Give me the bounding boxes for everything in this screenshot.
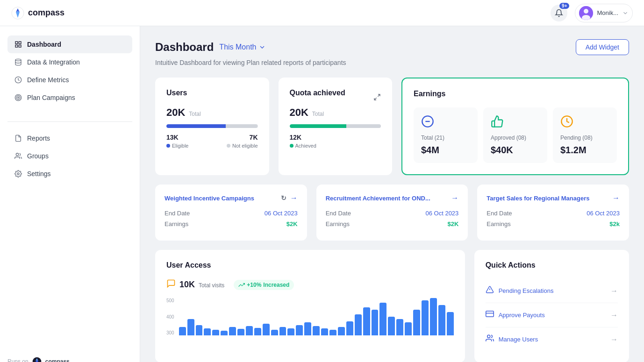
users-icon <box>14 152 22 160</box>
earnings-approved-label: Approved (08) <box>491 135 526 141</box>
sidebar-item-label: Data & Integration <box>27 58 80 66</box>
not-eligible-fill <box>226 124 258 128</box>
notification-badge: 9+ <box>559 3 569 9</box>
svg-point-27 <box>487 335 490 338</box>
campaigns-row: Weighted Incentive Campaigns ↻ → End Dat… <box>155 185 629 241</box>
add-widget-button[interactable]: Add Widget <box>576 39 629 55</box>
bar <box>447 312 454 335</box>
sidebar-item-dashboard[interactable]: Dashboard <box>7 35 132 53</box>
chart-container: 500 400 300 <box>166 298 454 335</box>
dashboard-header: Dashboard This Month Add Widget <box>155 39 629 55</box>
users-total-value: 20K <box>166 106 185 119</box>
svg-point-16 <box>17 173 19 175</box>
bar <box>196 325 203 335</box>
sidebar-item-plan-campaigns[interactable]: Plan Campaigns <box>7 89 132 106</box>
bar <box>187 319 194 335</box>
expand-icon[interactable] <box>373 93 381 102</box>
campaign-card-0: Weighted Incentive Campaigns ↻ → End Dat… <box>155 185 307 241</box>
svg-point-10 <box>15 59 21 61</box>
sidebar-item-data-integration[interactable]: Data & Integration <box>7 53 132 71</box>
campaign-end-date-row-1: End Date 06 Oct 2023 <box>326 210 459 217</box>
notification-button[interactable]: 9+ <box>551 5 567 21</box>
arrow-icon[interactable]: → <box>612 194 620 202</box>
campaign-title-2: Target Sales for Regional Managers → <box>487 194 620 202</box>
earnings-card: Earnings Total (21) $4M <box>401 78 629 175</box>
bar <box>221 331 228 335</box>
sidebar-divider <box>7 121 132 122</box>
bar <box>229 327 236 335</box>
clock-icon <box>560 115 573 131</box>
approve-payouts-label: Approve Payouts <box>499 312 545 319</box>
manage-users-label: Manage Users <box>499 336 538 343</box>
quota-card: Quota achieved 20K Total 12K <box>279 78 393 175</box>
sidebar-item-groups[interactable]: Groups <box>7 147 132 165</box>
bar <box>313 326 320 335</box>
user-access-title: User Access <box>166 261 454 270</box>
users-progress-bar <box>166 124 258 128</box>
main-content: Dashboard This Month Add Widget Intuitiv… <box>140 26 644 362</box>
access-stats: 10K Total visits +10% Increased <box>166 279 454 291</box>
campaign-end-date-row-2: End Date 06 Oct 2023 <box>487 210 620 217</box>
increase-value: +10% <box>247 282 261 288</box>
bar <box>271 330 278 335</box>
sidebar-item-reports[interactable]: Reports <box>7 129 132 147</box>
quick-action-pending-escalations[interactable]: Pending Escalations → <box>486 279 618 303</box>
arrow-right-icon: → <box>610 335 618 344</box>
footer-brand: compass <box>45 358 70 362</box>
bar-chart <box>179 298 454 335</box>
quick-action-approve-payouts[interactable]: Approve Payouts → <box>486 303 618 327</box>
arrow-icon[interactable]: → <box>290 194 298 202</box>
sidebar-item-settings[interactable]: Settings <box>7 165 132 183</box>
svg-rect-7 <box>19 42 21 44</box>
bar <box>363 307 370 335</box>
bar <box>329 330 336 335</box>
svg-rect-9 <box>15 45 18 47</box>
user-access-card: User Access 10K Total visits +10% <box>155 250 465 362</box>
not-eligible-dot <box>227 144 230 148</box>
eligible-legend: Eligible <box>166 143 188 149</box>
bar <box>321 328 328 335</box>
arrow-icon[interactable]: → <box>451 194 458 202</box>
user-menu[interactable]: Monik... <box>575 4 633 22</box>
sidebar-item-label: Plan Campaigns <box>27 94 75 101</box>
bar <box>430 298 437 335</box>
payout-icon <box>486 310 494 320</box>
campaign-title-1: Recruitment Achievement for OND... → <box>326 194 459 202</box>
user-name: Monik... <box>597 9 618 16</box>
svg-rect-6 <box>15 42 18 44</box>
bar <box>254 328 261 335</box>
avatar <box>579 6 593 20</box>
bar <box>304 322 311 335</box>
top-nav: compass 9+ Monik... <box>0 0 644 26</box>
campaign-earnings-row-2: Earnings $2k <box>487 220 620 227</box>
earnings-item-approved: Approved (08) $40K <box>483 107 547 163</box>
sidebar-item-define-metrics[interactable]: Define Metrics <box>7 71 132 89</box>
earnings-grid: Total (21) $4M Approved (08) $40K <box>414 107 617 163</box>
bar <box>212 330 219 335</box>
chat-icon <box>166 279 176 291</box>
arrow-right-icon: → <box>610 311 618 319</box>
manage-users-icon <box>486 334 494 345</box>
svg-point-14 <box>18 97 19 99</box>
earnings-pending-label: Pending (08) <box>560 135 593 141</box>
sidebar-item-label: Dashboard <box>27 41 61 48</box>
dashboard-subtitle: Intuitive Dashboard for viewing Plan rel… <box>155 59 629 66</box>
eligible-value: 13K <box>166 134 188 141</box>
bar <box>379 303 386 335</box>
total-visits-value: 10K <box>179 280 195 289</box>
app-name: compass <box>28 8 64 18</box>
quota-card-title: Quota achieved <box>290 89 345 97</box>
increase-badge: +10% Increased <box>234 280 294 290</box>
target-icon <box>14 93 22 102</box>
quick-action-left: Pending Escalations <box>486 285 554 296</box>
quota-progress-bar <box>290 124 381 128</box>
sidebar-item-label: Settings <box>27 170 51 177</box>
minus-circle-icon <box>421 115 434 131</box>
total-visits-label: Total visits <box>199 282 224 289</box>
not-achieved-fill <box>346 124 381 128</box>
eligible-dot <box>166 144 170 148</box>
month-selector[interactable]: This Month <box>219 43 265 51</box>
quick-action-manage-users[interactable]: Manage Users → <box>486 327 618 351</box>
earnings-item-total: Total (21) $4M <box>414 107 478 163</box>
refresh-icon[interactable]: ↻ <box>281 194 286 202</box>
